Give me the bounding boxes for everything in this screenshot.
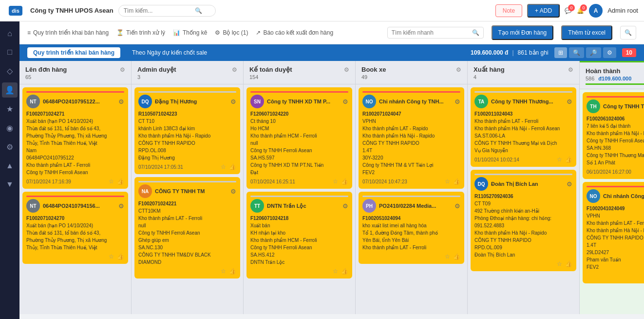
- col-gear-len-don-hang[interactable]: ⚙: [120, 66, 125, 73]
- global-search-input[interactable]: [124, 7, 192, 14]
- card-company-0: Đặng Thị Hương: [155, 99, 227, 105]
- card-len-don-hang-0[interactable]: NT 06484PO2410795122... ⚙ F1002071024271…: [22, 87, 128, 189]
- card-star-1[interactable]: ☆: [109, 253, 114, 260]
- card-gear-icon-0[interactable]: ⚙: [230, 98, 236, 105]
- card-gear-icon-1[interactable]: ⚙: [455, 202, 460, 210]
- card-admin-duyet-0[interactable]: DQ Đặng Thị Hương ⚙ R1105071024223 CT T1…: [134, 87, 240, 174]
- col-count-len-don-hang: 65: [25, 74, 31, 80]
- card-gear-icon-1[interactable]: ⚙: [342, 202, 348, 210]
- user-avatar[interactable]: A: [589, 4, 603, 18]
- sidebar-icon-home[interactable]: ⌂: [4, 26, 15, 41]
- quick-search-input[interactable]: [392, 29, 470, 36]
- card-gear-icon-0[interactable]: ⚙: [342, 98, 348, 105]
- logo-text: dis: [9, 6, 22, 16]
- sidebar-icon-up[interactable]: ▲: [3, 159, 17, 173]
- card-len-don-hang-1[interactable]: NT 06484PO2410794156... ⚙ F1002071024270…: [22, 192, 128, 264]
- sidebar-icon-circle[interactable]: ◉: [3, 120, 16, 136]
- date-tab[interactable]: Theo Ngày dự kiến chốt sale: [126, 47, 213, 58]
- settings-icon[interactable]: ⚙: [603, 47, 616, 58]
- active-tab[interactable]: Quy trình triển khai bán hàng: [27, 47, 120, 58]
- card-star-0[interactable]: ☆: [445, 178, 450, 185]
- zoom-in-icon[interactable]: 🔍: [569, 47, 584, 58]
- note-button[interactable]: Note: [495, 4, 522, 17]
- card-book-xe-0[interactable]: NO Chi nhánh Công ty TNH... ⚙ R100207102…: [359, 87, 464, 189]
- card-body-0: F1002061024006 7 liên kế 5 đại thànhKho …: [587, 115, 644, 166]
- card-star-0[interactable]: ☆: [109, 178, 114, 185]
- card-ke-toan-duyet-1[interactable]: TT DNTN Trần Lộc ⚙ F1206071024218 Xuất b…: [246, 192, 352, 279]
- card-header-1: NO Chi nhánh Công ty TNH... ⚙: [587, 189, 644, 203]
- global-search-box[interactable]: 🔍: [118, 5, 216, 17]
- card-actions-0: ☆ 👍: [221, 163, 236, 170]
- cards-container-book-xe: NO Chi nhánh Công ty TNH... ⚙ R100207102…: [356, 84, 467, 314]
- card-star-1[interactable]: ☆: [221, 268, 226, 275]
- card-gear-icon-1[interactable]: ⚙: [118, 202, 124, 210]
- card-like-0[interactable]: 👍: [565, 156, 572, 163]
- card-book-xe-1[interactable]: PH PO2410/02284 Media... ⚙ F100205102409…: [359, 192, 464, 264]
- card-like-1[interactable]: 👍: [117, 253, 124, 260]
- sidebar-icon-box[interactable]: □: [4, 45, 15, 60]
- sidebar-icon-user[interactable]: 👤: [2, 82, 18, 98]
- card-gear-icon-0[interactable]: ⚙: [455, 98, 460, 105]
- card-star-0[interactable]: ☆: [333, 178, 338, 185]
- admin-name[interactable]: Admin root: [607, 7, 638, 14]
- toolbar-item-tien-trinh[interactable]: ⏳ Tiến trình xử lý: [116, 29, 165, 36]
- card-like-0[interactable]: 👍: [229, 163, 236, 170]
- card-header-1: TT DNTN Trần Lộc ⚙: [250, 199, 348, 213]
- card-gear-icon-0[interactable]: ⚙: [567, 98, 572, 105]
- card-gear-icon-1[interactable]: ⚙: [230, 188, 236, 195]
- card-footer-0: 06/10/2024 16:27:00 ☆ 👍: [587, 168, 644, 175]
- card-hoan-thanh-0[interactable]: TH Công ty TNHH Thương... ⚙ F10020610240…: [583, 92, 644, 179]
- add-button[interactable]: + ADD: [527, 4, 560, 18]
- card-like-0[interactable]: 👍: [453, 178, 460, 185]
- excel-button[interactable]: Thêm từ excel: [561, 25, 612, 40]
- card-like-1[interactable]: 👍: [565, 260, 572, 267]
- card-xuat-hang-0[interactable]: TA Công ty TNHH Thương... ⚙ F10020110240…: [471, 87, 576, 167]
- card-xuat-hang-1[interactable]: DQ Đoàn Thị Bích Lan ⚙ R1105270924036 CT…: [471, 170, 576, 271]
- top-nav: dis Công ty TNHH UPOS Asean 🔍 Note + ADD…: [0, 0, 644, 21]
- card-bar-0: [474, 91, 572, 93]
- card-like-1[interactable]: 👍: [229, 268, 236, 275]
- card-like-0[interactable]: 👍: [341, 178, 348, 185]
- toolbar-item-bo-loc[interactable]: ⚙ Bộ lọc (1): [215, 29, 248, 36]
- card-gear-icon-0[interactable]: ⚙: [118, 98, 124, 105]
- card-hoan-thanh-1[interactable]: NO Chi nhánh Công ty TNH... ⚙ F100204102…: [583, 182, 644, 283]
- card-date-0: 06/10/2024 16:27:00: [587, 169, 631, 175]
- zoom-out-icon[interactable]: 🔎: [586, 47, 601, 58]
- toolbar-item-quy-trinh[interactable]: ≡ Quy trình triển khai bán hàng: [27, 29, 109, 36]
- global-search-icon[interactable]: 🔍: [195, 7, 202, 14]
- column-header-admin-duyet: Admin duyệt ⚙ 3: [132, 61, 243, 84]
- card-avatar-1: TT: [250, 199, 264, 213]
- grid-view-icon[interactable]: ⊞: [554, 47, 567, 58]
- sidebar-icon-diamond[interactable]: ◇: [4, 63, 16, 79]
- create-order-button[interactable]: Tạo mới Đơn hàng: [492, 25, 554, 40]
- card-star-1[interactable]: ☆: [333, 268, 338, 275]
- col-green-bar: [586, 83, 644, 85]
- toolbar-item-bao-cao[interactable]: ↗ Báo cáo kết xuất đơn hàng: [256, 29, 333, 36]
- sidebar-icon-star[interactable]: ★: [3, 101, 16, 117]
- card-gear-icon-1[interactable]: ⚙: [567, 180, 572, 188]
- card-footer-0: 07/10/2024 16:25:11 ☆ 👍: [250, 178, 348, 185]
- card-admin-duyet-1[interactable]: NA CÔNG TY TNHH TM ⚙ F1002071024221 CTT1…: [134, 177, 240, 279]
- notification-icon-badge[interactable]: 🔔 0: [577, 7, 584, 14]
- count-badge: 10: [622, 48, 636, 57]
- card-avatar-1: PH: [362, 199, 376, 213]
- extra-search-button[interactable]: 🔍: [620, 26, 636, 40]
- col-gear-admin-duyet[interactable]: ⚙: [232, 66, 237, 73]
- sidebar-icon-settings[interactable]: ⚙: [3, 140, 16, 155]
- card-star-1[interactable]: ☆: [557, 260, 562, 267]
- toolbar-item-thong-ke[interactable]: 📊 Thống kê: [173, 29, 207, 36]
- col-gear-ke-toan-duyet[interactable]: ⚙: [344, 66, 349, 73]
- card-star-0[interactable]: ☆: [221, 163, 226, 170]
- card-bar-0: [26, 91, 124, 93]
- card-like-1[interactable]: 👍: [453, 253, 460, 260]
- message-icon-badge[interactable]: 💬 0: [565, 7, 572, 14]
- col-gear-xuat-hang[interactable]: ⚙: [568, 66, 573, 73]
- card-star-0[interactable]: ☆: [557, 156, 562, 163]
- sidebar-icon-down[interactable]: ▼: [3, 177, 17, 192]
- card-like-1[interactable]: 👍: [341, 268, 348, 275]
- card-like-0[interactable]: 👍: [117, 178, 124, 185]
- col-gear-book-xe[interactable]: ⚙: [456, 66, 461, 73]
- card-ke-toan-duyet-0[interactable]: SN Công ty TNHH XD TM P... ⚙ F1206071024…: [246, 87, 352, 189]
- quick-search-box[interactable]: 🔍: [387, 27, 484, 39]
- card-star-1[interactable]: ☆: [445, 253, 450, 260]
